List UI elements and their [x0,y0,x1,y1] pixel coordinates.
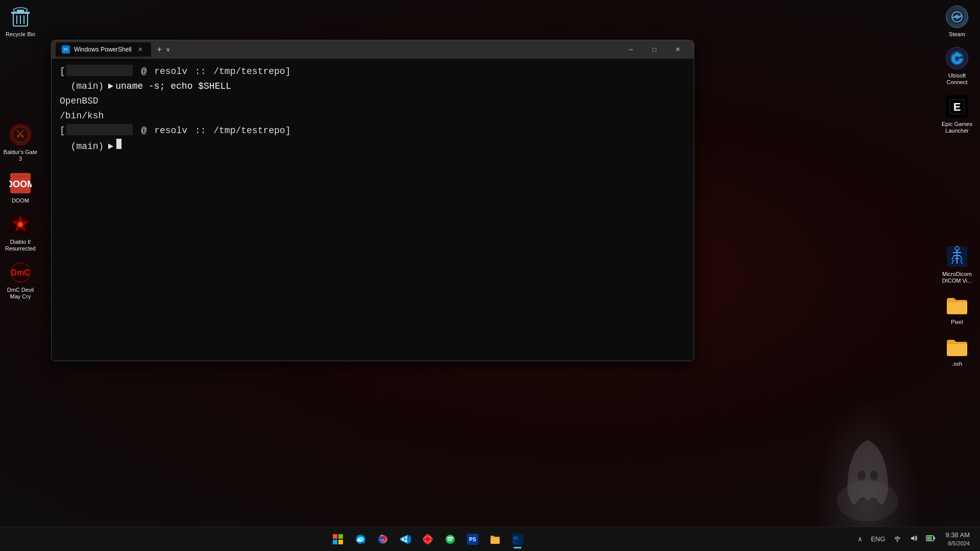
svg-rect-33 [333,540,337,544]
diablo-icon [8,212,33,237]
taskbar-opera-button[interactable] [418,529,438,549]
clock-date: 8/5/2024 [945,540,970,547]
desktop-icon-ubisoft[interactable]: Ubisoft Connect [938,44,976,88]
taskbar-terminal-button[interactable]: PS >_ [507,529,528,549]
svg-text:DOOM: DOOM [9,179,32,189]
username-redacted [66,65,133,76]
ubisoft-icon [945,46,969,70]
battery-icon[interactable] [924,533,937,545]
desktop-icon-recycle-bin[interactable]: Recycle Bin [1,3,40,40]
svg-point-13 [18,222,23,227]
terminal-cursor [116,139,121,149]
taskbar-ps-button[interactable]: PS [462,529,483,549]
taskbar-firefox-button[interactable] [373,529,393,549]
taskbar-explorer-button[interactable] [485,529,505,549]
desktop-icon-doom[interactable]: DOOM DOOM [1,169,40,206]
desktop-icon-microdicom[interactable]: MicroDicom DICOM Vi... [938,242,976,286]
wifi-icon[interactable] [891,532,903,546]
powershell-tab-icon: PS [62,45,70,54]
terminal-content[interactable]: [ @ resolv :: /tmp/testrepo ] (main) ► u… [52,59,694,361]
svg-text:DmC: DmC [11,268,30,277]
dmc-icon: DmC [8,260,33,285]
clock-time: 9:38 AM [945,531,970,540]
ubisoft-label: Ubisoft Connect [940,72,974,86]
pixel-folder-icon [945,292,969,317]
svg-rect-47 [927,536,932,540]
baldurs-gate-icon: ⚔ [8,122,33,147]
taskbar: PS PS >_ ∧ ENG [0,527,980,551]
sound-icon[interactable] [908,532,920,546]
pixel-folder-label: Pixel [951,319,963,325]
svg-rect-32 [338,534,343,539]
taskbar-clock[interactable]: 9:38 AM 8/5/2024 [941,529,974,550]
input-language-indicator[interactable]: ENG [869,533,887,545]
terminal-line-3: OpenBSD [60,94,685,108]
svg-point-20 [956,52,958,54]
terminal-line-1: [ @ resolv :: /tmp/testrepo ] [60,65,685,79]
steam-label: Steam [949,31,965,38]
desktop-icon-epic[interactable]: E Epic Games Launcher [938,92,976,136]
svg-text:PS: PS [469,537,476,542]
terminal-line-5: [ @ resolv :: /tmp/testrepo ] [60,124,685,138]
taskbar-vscode-button[interactable] [395,529,415,549]
taskbar-start-button[interactable] [328,529,348,549]
desktop-icons-left: Recycle Bin ⚔ Baldur's Gate 3 DOOM DOOM [0,0,41,309]
baldurs-gate-label: Baldur's Gate 3 [3,149,38,162]
desktop-icon-steam[interactable]: Steam [938,3,976,40]
terminal-line-cursor: (main) ► [60,139,685,154]
steam-icon [945,5,969,29]
terminal-window: PS Windows PowerShell ✕ + ∨ ─ □ ✕ [ @ re… [51,40,694,361]
taskbar-edge-button[interactable] [350,529,371,549]
microdicom-label: MicroDicom DICOM Vi... [940,271,974,284]
epic-icon: E [945,94,969,119]
terminal-tab-label: Windows PowerShell [74,46,132,53]
terminal-tab-powershell[interactable]: PS Windows PowerShell ✕ [56,42,151,57]
doom-label: DOOM [12,197,29,204]
svg-point-28 [870,470,878,481]
terminal-tab-close[interactable]: ✕ [136,45,145,54]
diablo-label: Diablo II Resurrected [3,239,38,252]
desktop-icon-diablo[interactable]: Diablo II Resurrected [1,210,40,254]
svg-text:E: E [953,101,961,113]
username-redacted-2 [66,124,133,135]
desktop-icon-ssh-folder[interactable]: .ssh [938,332,976,369]
terminal-line-2: (main) ► uname -s; echo $SHELL [60,80,685,93]
svg-rect-1 [11,12,30,14]
desktop-icons-right: Steam Ubisoft Connect E [934,0,980,376]
desktop-icon-pixel-folder[interactable]: Pixel [938,290,976,328]
taskbar-spotify-button[interactable] [440,529,460,549]
svg-rect-31 [333,534,337,539]
new-tab-button[interactable]: + [153,42,166,57]
svg-rect-34 [338,540,343,544]
doom-icon: DOOM [8,171,33,195]
svg-rect-46 [934,537,936,539]
terminal-line-4: /bin/ksh [60,109,685,123]
svg-text:⚔: ⚔ [15,128,26,140]
background-ghost [817,399,919,527]
maximize-button[interactable]: □ [643,40,666,59]
ssh-folder-icon [945,334,969,359]
ssh-folder-label: .ssh [952,361,962,367]
svg-text:>_: >_ [513,540,518,544]
taskbar-right: ∧ ENG 9 [855,529,980,550]
epic-label: Epic Games Launcher [940,121,974,134]
recycle-bin-label: Recycle Bin [6,31,35,38]
svg-point-36 [423,535,432,544]
tab-dropdown-button[interactable]: ∨ [166,46,170,53]
svg-point-39 [446,535,455,544]
dmc-label: DmC Devil May Cry [3,287,38,300]
svg-point-27 [857,470,866,481]
show-hidden-icons-button[interactable]: ∧ [855,533,865,545]
minimize-button[interactable]: ─ [619,40,643,59]
desktop-icon-baldurs-gate[interactable]: ⚔ Baldur's Gate 3 [1,120,40,164]
svg-text:PS: PS [64,47,68,52]
taskbar-center: PS PS >_ [0,529,855,549]
microdicom-icon [945,244,969,269]
desktop-icon-dmc[interactable]: DmC DmC Devil May Cry [1,258,40,302]
close-button[interactable]: ✕ [666,40,690,59]
svg-rect-2 [17,10,24,12]
terminal-titlebar: PS Windows PowerShell ✕ + ∨ ─ □ ✕ [52,40,694,59]
recycle-bin-icon [8,5,33,29]
window-controls: ─ □ ✕ [619,40,690,59]
